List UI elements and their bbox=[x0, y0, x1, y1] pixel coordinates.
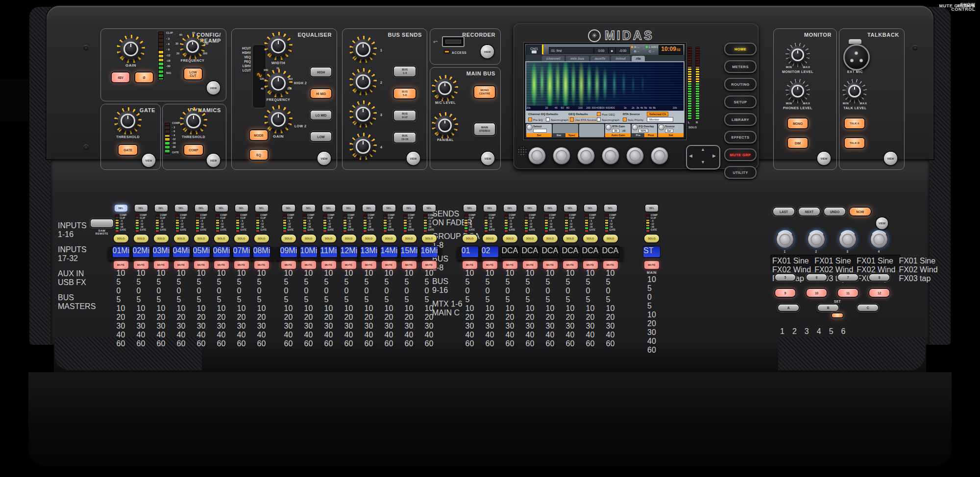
select-button[interactable]: SEL bbox=[524, 205, 537, 212]
nav-button[interactable]: MUTE GRP bbox=[724, 148, 757, 161]
bus-fader[interactable]: 10 5 0 5 10 20 30 40 60 bbox=[546, 269, 555, 348]
mute-button[interactable]: MUTE bbox=[174, 261, 189, 269]
assign-button[interactable]: 12 bbox=[869, 289, 889, 297]
channel-fader[interactable]: 10 5 0 5 10 20 30 40 60 bbox=[405, 269, 414, 348]
mute-group-button[interactable]: 1 bbox=[780, 327, 784, 336]
talk-level-knob[interactable] bbox=[846, 82, 863, 100]
select-button[interactable]: SEL bbox=[155, 205, 168, 212]
bus-send-knob[interactable] bbox=[353, 72, 373, 92]
solo-button[interactable]: SOLO bbox=[402, 235, 416, 242]
show-control-button[interactable]: NOW bbox=[850, 208, 871, 215]
select-button[interactable]: SEL bbox=[215, 205, 228, 212]
stop-icon[interactable]: ■ bbox=[609, 47, 615, 54]
channel-fader[interactable]: 10 5 0 5 10 20 30 40 60 bbox=[237, 269, 246, 348]
bus-fader[interactable]: 10 5 0 5 10 20 30 40 60 bbox=[566, 269, 575, 348]
mute-button[interactable]: MUTE bbox=[281, 261, 296, 269]
solo-button[interactable]: SOLO bbox=[174, 235, 189, 242]
eq-frequency-knob[interactable] bbox=[268, 72, 289, 94]
assign-encoder[interactable] bbox=[808, 230, 825, 248]
channel-fader[interactable]: 10 5 0 5 10 20 30 40 60 bbox=[197, 269, 206, 348]
bus-send-knob[interactable] bbox=[353, 104, 373, 124]
bus-select-button[interactable]: BUS 9-12 bbox=[394, 111, 416, 120]
solo-button[interactable]: SOLO bbox=[463, 235, 477, 242]
mute-button[interactable]: MUTE bbox=[234, 261, 249, 269]
select-button[interactable]: SEL bbox=[423, 205, 436, 212]
select-button[interactable]: SEL bbox=[484, 205, 496, 212]
screen-encoder-4[interactable] bbox=[602, 147, 619, 165]
nav-button[interactable]: EFFECTS bbox=[724, 131, 757, 143]
bus-fader[interactable]: 10 5 0 5 10 20 30 40 60 bbox=[506, 269, 514, 348]
select-button[interactable]: SEL bbox=[604, 205, 617, 212]
channel-fader[interactable]: 10 5 0 5 10 20 30 40 60 bbox=[157, 269, 166, 348]
nav-button[interactable]: METERS bbox=[724, 60, 757, 73]
eq-band-button[interactable]: HIGH bbox=[311, 68, 331, 76]
solo-button[interactable]: SOLO bbox=[382, 235, 396, 242]
solo-button[interactable]: SOLO bbox=[422, 235, 437, 242]
mute-button[interactable]: MUTE bbox=[523, 261, 538, 269]
select-button[interactable]: SEL bbox=[302, 205, 315, 212]
set-button[interactable]: B bbox=[818, 305, 838, 311]
softkey-bar-spec[interactable]: BarSpec bbox=[553, 124, 578, 137]
solo-button[interactable]: SOLO bbox=[234, 235, 249, 242]
gate-button[interactable]: GATE bbox=[119, 145, 137, 155]
solo-button[interactable]: SOLO bbox=[543, 235, 558, 242]
solo-button[interactable]: SOLO bbox=[114, 235, 128, 242]
select-button[interactable]: SEL bbox=[383, 205, 395, 212]
screen-encoder-1[interactable] bbox=[528, 147, 546, 165]
softkey-select[interactable]: Select Set bbox=[526, 124, 552, 137]
talk-a-button[interactable]: TALK A bbox=[845, 119, 864, 128]
low-cut-button[interactable]: LOW CUT bbox=[184, 69, 202, 79]
eq-view-button[interactable]: VIEW bbox=[318, 152, 331, 165]
monitor-source-field[interactable]: Monitor bbox=[647, 117, 673, 122]
select-button[interactable]: SEL bbox=[504, 205, 516, 212]
assign-button[interactable]: 10 bbox=[807, 289, 827, 297]
channel-fader[interactable]: 10 5 0 5 10 20 30 40 60 bbox=[177, 269, 186, 348]
bus-fader[interactable]: 10 5 0 5 10 20 30 40 60 bbox=[466, 269, 474, 348]
nav-button[interactable]: LIBRARY bbox=[724, 113, 757, 126]
select-button[interactable]: SEL bbox=[403, 205, 416, 212]
mute-button[interactable]: MUTE bbox=[603, 261, 618, 269]
channel-fader[interactable]: 10 5 0 5 10 20 30 40 60 bbox=[324, 269, 333, 348]
mute-button[interactable]: MUTE bbox=[342, 261, 356, 269]
channel-fader[interactable]: 10 5 0 5 10 20 30 40 60 bbox=[425, 269, 434, 348]
bus-sends-view-button[interactable]: VIEW bbox=[407, 152, 420, 165]
select-button[interactable]: SEL bbox=[564, 205, 577, 212]
arrow-up-icon[interactable]: ▲ bbox=[701, 147, 705, 152]
mute-group-button[interactable]: 3 bbox=[805, 327, 809, 336]
softkey-source[interactable]: Source Sel Set bbox=[658, 124, 684, 137]
display-tab[interactable]: mix bus bbox=[566, 56, 588, 61]
select-button[interactable]: SEL bbox=[235, 205, 248, 212]
screen-encoder-3[interactable] bbox=[577, 147, 595, 165]
comp-threshold-knob[interactable] bbox=[183, 111, 204, 131]
mute-button[interactable]: MUTE bbox=[402, 261, 416, 269]
display-tab[interactable]: aux/fx bbox=[590, 56, 610, 61]
mute-button[interactable]: MUTE bbox=[543, 261, 558, 269]
softkey-rta-gain[interactable]: RTA Gain 30 dB Auto Gain bbox=[605, 124, 631, 137]
select-button[interactable]: SEL bbox=[322, 205, 335, 212]
input-layer-button[interactable]: BUS MASTERS bbox=[58, 293, 96, 311]
bus-select-button[interactable]: BUS 5-8 bbox=[394, 89, 416, 98]
lowcut-frequency-knob[interactable] bbox=[183, 37, 202, 56]
channel-fader[interactable]: 10 5 0 5 10 20 30 40 60 bbox=[257, 269, 266, 348]
bus-send-knob[interactable] bbox=[353, 136, 373, 157]
phones-level-knob[interactable] bbox=[789, 82, 807, 100]
use-rta-source-checkbox[interactable]: Use RTA Source bbox=[568, 117, 598, 122]
selected-ch-badge[interactable]: Selected Ch bbox=[647, 112, 668, 117]
softkey-eq-overlay[interactable]: EQ Overlay 50% PrePost bbox=[632, 124, 657, 137]
solo-button[interactable]: SOLO bbox=[503, 235, 517, 242]
solo-button[interactable]: SOLO bbox=[134, 235, 148, 242]
eq-width-knob[interactable] bbox=[268, 35, 289, 57]
screen-encoder-2[interactable] bbox=[553, 147, 570, 165]
dynamics-view-button[interactable]: VIEW bbox=[207, 154, 220, 167]
comp-button[interactable]: COMP bbox=[184, 145, 203, 155]
main-bus-view-button[interactable]: VIEW bbox=[481, 152, 494, 165]
bus-select-button[interactable]: BUS 13-16 bbox=[394, 133, 416, 143]
assign-encoder[interactable] bbox=[839, 230, 857, 248]
select-button[interactable]: SEL bbox=[645, 205, 658, 212]
mute-button[interactable]: MUTE bbox=[321, 261, 336, 269]
solo-button[interactable]: SOLO bbox=[563, 235, 578, 242]
set-button[interactable]: C bbox=[858, 305, 878, 311]
mute-button[interactable]: MUTE bbox=[134, 261, 148, 269]
solo-button[interactable]: SOLO bbox=[301, 235, 316, 242]
solo-button[interactable]: SOLO bbox=[483, 235, 497, 242]
